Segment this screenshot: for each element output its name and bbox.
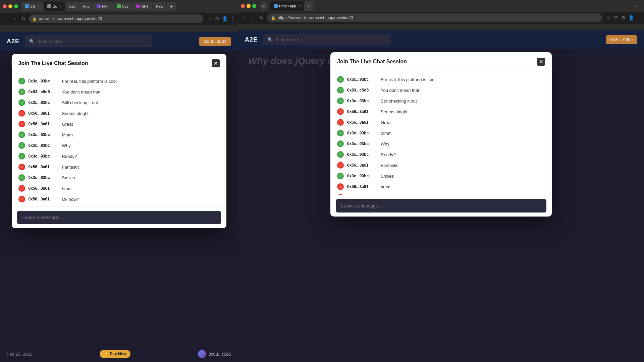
user-address: 0x3c...93bc [29, 132, 59, 137]
chat-message: ↑ 0x3c...93bc For real, this platform is… [12, 76, 226, 86]
chat-message: ↑ 0x3c...93bc Mmm [12, 129, 226, 140]
chat-message: ↑ 0x3c...93bc Why [330, 138, 552, 149]
tab-label-5: NFT [102, 4, 109, 8]
message-text: hmm [381, 184, 390, 189]
tab-close-1[interactable]: × [38, 5, 40, 8]
user-address: 0x56...3a61 [29, 186, 59, 191]
right-tab-close[interactable]: × [299, 4, 301, 8]
left-modal-body[interactable]: ↑ 0x3c...93bc For real, this platform is… [12, 73, 226, 206]
chat-message: ↓ 0x56...3a61 Ok now? [330, 192, 552, 195]
left-url: answer-to-earn.web.app/question/0 [39, 16, 102, 21]
chat-message: ↑ 0x3c...93bc Still checking it out [12, 97, 226, 108]
bookmark-icon[interactable]: ☆ [208, 16, 212, 21]
right-browser-icon-symbol: ⊕ [262, 4, 265, 8]
user-avatar: ↓ [18, 185, 25, 192]
tab-favicon-6: C [117, 4, 121, 8]
left-modal-close[interactable]: ✕ [212, 59, 220, 67]
back-button[interactable]: ‹ [3, 16, 9, 21]
right-menu-icon[interactable]: ⋮ [637, 15, 641, 20]
left-message-input[interactable] [17, 211, 221, 224]
right-refresh-btn[interactable]: ↻ [258, 15, 265, 20]
right-search-bar[interactable]: 🔍 Search here... [263, 34, 390, 45]
right-address-bar-row: ‹ › ↻ 🔒 https://answer-to-earn.web.app/q… [238, 12, 644, 24]
user-avatar: ↓ [337, 183, 344, 190]
chat-message: ↑ 0x83...c5d5 You don't mean that [12, 86, 226, 97]
user-address: 0x56...3a61 [347, 163, 377, 168]
right-shield-icon[interactable]: 🛡 [614, 15, 619, 20]
tab-5[interactable]: N NFT [93, 2, 112, 11]
chat-message: ↑ 0x3c...93bc Smiles [330, 171, 552, 181]
chat-message: ↓ 0x56...3a61 hmm [12, 183, 226, 194]
right-message-input[interactable] [336, 199, 546, 213]
tab-7[interactable]: N NFT [132, 2, 152, 11]
tab-label-6: Cos [122, 4, 129, 8]
right-bookmark-icon[interactable]: ☆ [607, 15, 611, 20]
right-back-btn[interactable]: ‹ [241, 15, 248, 20]
right-tab-new[interactable]: + [304, 1, 314, 11]
right-modal-body[interactable]: ↑ 0x3c...93bc For real, this platform is… [330, 71, 552, 195]
left-address-bar[interactable]: 🔒 answer-to-earn.web.app/question/0 [29, 14, 203, 23]
left-search-icon: 🔍 [29, 39, 35, 44]
refresh-button[interactable]: ↻ [20, 16, 27, 21]
right-profile-icon[interactable]: 👤 [628, 15, 634, 20]
left-pay-now-button[interactable]: ⚡ Pay Now [100, 350, 130, 358]
extensions-icon[interactable]: ⚙ [215, 16, 219, 21]
tab-4[interactable]: Hov [79, 2, 93, 11]
user-address: 0x56...3a61 [29, 165, 59, 169]
right-tab-label: React App [279, 4, 296, 8]
left-modal-title: Join The Live Chat Session [18, 60, 88, 66]
tab-close-active[interactable]: × [60, 5, 62, 8]
right-tab-favicon: R [274, 4, 278, 8]
right-nav-arrows[interactable]: ‹ › [635, 4, 639, 8]
chat-message: ↑ 0x3c...93bc Ready? [330, 149, 552, 160]
left-search-bar[interactable]: 🔍 Search here... [25, 36, 152, 47]
message-text: Seems alright [381, 109, 407, 114]
user-avatar: ↓ [18, 164, 25, 170]
left-bottom-bar: Feb 23, 2023 ⚡ Pay Now 0x83...c5d5 [0, 346, 238, 362]
browser-actions: ☆ ⚙ 👤 ⋮ [208, 16, 235, 21]
right-page-bg: Why does jQuery or a DOM Join The Live C… [238, 49, 644, 362]
message-text: Smiles [62, 175, 75, 180]
right-extensions-icon[interactable]: ⚙ [621, 15, 626, 20]
user-address: 0x56...3a61 [29, 122, 59, 126]
chat-message: ↑ 0x3c...93bc For real, this platform is… [330, 74, 552, 85]
user-avatar: ↑ [18, 88, 25, 95]
traffic-lights [3, 4, 18, 8]
tab-favicon-7: N [136, 4, 140, 8]
close-traffic-light[interactable] [3, 4, 7, 8]
tab-favicon-1 [25, 4, 29, 8]
forward-button[interactable]: › [11, 16, 18, 21]
tab-6[interactable]: C Cos [113, 2, 132, 11]
right-close-light[interactable] [241, 4, 245, 8]
tab-1[interactable]: SS × [21, 2, 43, 11]
tab-new[interactable]: + [167, 2, 176, 11]
user-address: 0x56...3a61 [29, 197, 59, 201]
right-forward-btn[interactable]: › [250, 15, 256, 20]
menu-icon[interactable]: ⋮ [230, 16, 235, 21]
left-modal: Join The Live Chat Session ✕ ↑ 0x3c...93… [12, 54, 226, 228]
minimize-traffic-light[interactable] [8, 4, 12, 8]
left-wallet-button[interactable]: 0x56...3a61 [199, 37, 231, 46]
right-tab-active[interactable]: R React App × [270, 1, 304, 11]
right-fullscreen-light[interactable] [252, 4, 256, 8]
user-avatar: ↓ [18, 121, 25, 127]
tab-active[interactable]: Co × [44, 2, 65, 11]
right-address-bar[interactable]: 🔒 https://answer-to-earn.web.app/questio… [267, 13, 602, 22]
lock-icon: 🔒 [32, 17, 37, 21]
chat-message: ↓ 0x56...3a61 Fantastic [12, 162, 226, 172]
tab-8[interactable]: Rea [153, 2, 166, 11]
right-wallet-button[interactable]: 0x3c...93bc [606, 35, 638, 44]
message-text: You don't mean that [381, 88, 419, 93]
message-text: Seems alright [62, 111, 89, 116]
right-minimize-light[interactable] [247, 4, 251, 8]
profile-icon[interactable]: 👤 [222, 16, 228, 21]
user-avatar: ↑ [18, 174, 25, 181]
right-tab-controls: ‹ › [635, 4, 641, 8]
tab-3[interactable]: dap [66, 2, 78, 11]
right-modal-close[interactable]: ✕ [537, 58, 545, 66]
fullscreen-traffic-light[interactable] [14, 4, 18, 8]
left-user-avatar [198, 350, 206, 358]
message-text: Why [381, 141, 389, 146]
user-address: 0x56...3a61 [347, 120, 377, 125]
user-address: 0x3c...93bc [29, 175, 59, 180]
